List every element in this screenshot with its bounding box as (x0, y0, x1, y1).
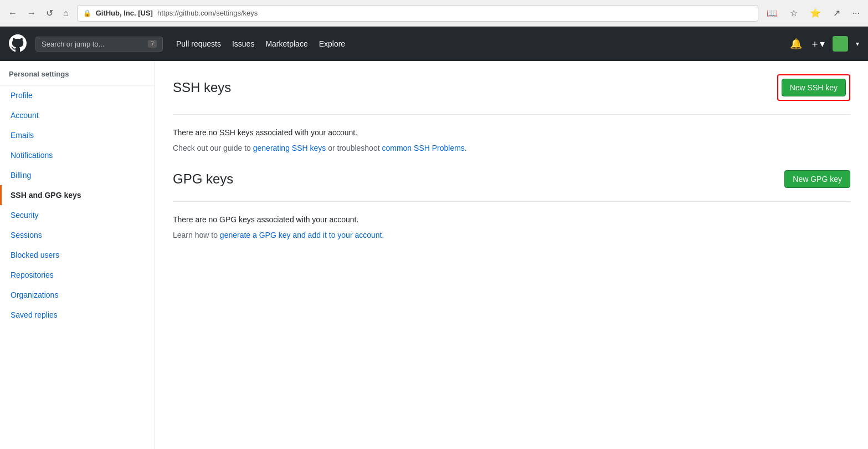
gpg-keys-title: GPG keys (173, 171, 233, 187)
notifications-bell[interactable]: 🔔 (790, 38, 802, 50)
ssh-keys-section: SSH keys New SSH key There are no SSH ke… (173, 74, 850, 152)
forward-button[interactable]: → (24, 7, 39, 19)
ssh-keys-title: SSH keys (173, 80, 231, 95)
sidebar-item-billing[interactable]: Billing (0, 165, 155, 185)
gpg-help-prefix: Learn how to (173, 231, 220, 239)
new-ssh-key-button[interactable]: New SSH key (782, 79, 846, 96)
ssh-help-text: Check out our guide to generating SSH ke… (173, 144, 850, 152)
sidebar-item-sessions[interactable]: Sessions (0, 225, 155, 245)
ssh-divider (173, 114, 850, 115)
gpg-help-text: Learn how to generate a GPG key and add … (173, 231, 850, 239)
new-gpg-key-button[interactable]: New GPG key (784, 170, 850, 188)
gpg-section-header: GPG keys New GPG key (173, 170, 850, 188)
browser-actions: 📖 ☆ ⭐ ↗ ··· (764, 7, 862, 19)
github-header: Search or jump to... 7 Pull requests Iss… (0, 27, 868, 61)
sidebar-heading: Personal settings (0, 61, 155, 85)
page-layout: Personal settings Profile Account Emails… (0, 61, 868, 449)
github-logo[interactable] (9, 34, 27, 54)
gpg-divider (173, 201, 850, 202)
sidebar-item-account[interactable]: Account (0, 105, 155, 125)
ssh-no-keys-text: There are no SSH keys associated with yo… (173, 128, 850, 137)
refresh-button[interactable]: ↺ (43, 7, 56, 19)
main-content: SSH keys New SSH key There are no SSH ke… (155, 61, 868, 449)
new-ssh-highlight-box: New SSH key (777, 74, 850, 101)
site-name: GitHub, Inc. [US] (96, 9, 153, 17)
url-text: https://github.com/settings/keys (157, 9, 258, 17)
browser-chrome: ← → ↺ ⌂ 🔒 GitHub, Inc. [US] https://gith… (0, 0, 868, 27)
sidebar-item-security[interactable]: Security (0, 205, 155, 225)
sidebar-item-profile[interactable]: Profile (0, 85, 155, 105)
nav-explore[interactable]: Explore (319, 39, 345, 48)
header-right: 🔔 ＋▾ ▾ (790, 36, 859, 52)
ssh-help-mid: or troubleshoot (326, 144, 382, 152)
sidebar-item-repositories[interactable]: Repositories (0, 265, 155, 285)
nav-marketplace[interactable]: Marketplace (265, 39, 307, 48)
gpg-help-suffix: . (382, 231, 384, 239)
generate-gpg-key-link[interactable]: generate a GPG key and add it to your ac… (220, 231, 382, 239)
nav-issues[interactable]: Issues (232, 39, 254, 48)
sidebar-item-notifications[interactable]: Notifications (0, 145, 155, 165)
sidebar-item-ssh-gpg-keys[interactable]: SSH and GPG keys (0, 185, 155, 205)
search-bar[interactable]: Search or jump to... 7 (35, 37, 163, 52)
sidebar-item-saved-replies[interactable]: Saved replies (0, 305, 155, 325)
new-menu-button[interactable]: ＋▾ (810, 37, 825, 50)
avatar-dropdown-arrow[interactable]: ▾ (856, 40, 859, 48)
reading-mode-button[interactable]: 📖 (764, 7, 780, 19)
ssh-section-header: SSH keys New SSH key (173, 74, 850, 101)
nav-pull-requests[interactable]: Pull requests (176, 39, 221, 48)
more-button[interactable]: ··· (850, 7, 862, 19)
sidebar-item-emails[interactable]: Emails (0, 125, 155, 145)
gpg-no-keys-text: There are no GPG keys associated with yo… (173, 215, 850, 224)
sidebar-item-organizations[interactable]: Organizations (0, 285, 155, 305)
bookmark-button[interactable]: ☆ (787, 7, 800, 19)
ssh-help-prefix: Check out our guide to (173, 144, 253, 152)
common-ssh-problems-link[interactable]: common SSH Problems (382, 144, 464, 152)
browser-nav-buttons: ← → ↺ ⌂ (6, 7, 71, 19)
sidebar-item-blocked-users[interactable]: Blocked users (0, 245, 155, 265)
lock-icon: 🔒 (83, 9, 91, 17)
gpg-keys-section: GPG keys New GPG key There are no GPG ke… (173, 170, 850, 239)
back-button[interactable]: ← (6, 7, 20, 19)
address-bar[interactable]: 🔒 GitHub, Inc. [US] https://github.com/s… (77, 5, 758, 22)
ssh-help-suffix: . (465, 144, 467, 152)
generating-ssh-keys-link[interactable]: generating SSH keys (253, 144, 326, 152)
home-button[interactable]: ⌂ (60, 7, 71, 19)
slash-badge: 7 (148, 40, 157, 48)
share-button[interactable]: ↗ (830, 7, 843, 19)
favorites-button[interactable]: ⭐ (807, 7, 824, 19)
sidebar: Personal settings Profile Account Emails… (0, 61, 155, 449)
main-nav: Pull requests Issues Marketplace Explore (176, 39, 345, 48)
search-placeholder: Search or jump to... (42, 40, 104, 48)
user-avatar[interactable] (833, 36, 848, 52)
